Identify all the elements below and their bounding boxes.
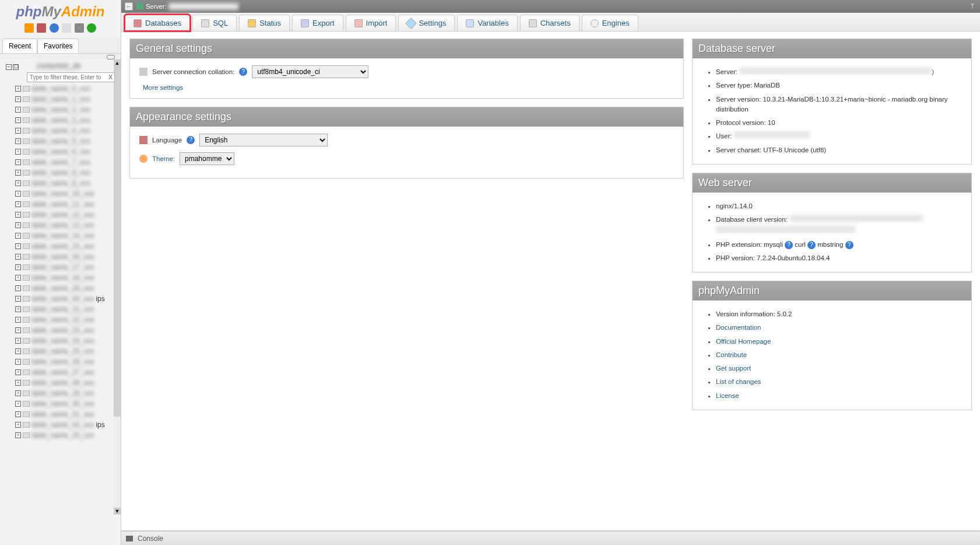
- expand-icon[interactable]: +: [15, 401, 21, 407]
- expand-icon[interactable]: +: [15, 212, 21, 218]
- homepage-link[interactable]: Official Homepage: [716, 338, 771, 345]
- home-icon[interactable]: [24, 23, 34, 33]
- expand-icon[interactable]: +: [15, 275, 21, 281]
- nav-collapse-button[interactable]: ←: [125, 2, 133, 11]
- expand-icon[interactable]: +: [15, 306, 21, 312]
- table-item[interactable]: +table_name_24_xxx: [3, 336, 121, 346]
- table-item[interactable]: +table_name_17_xxx: [3, 262, 121, 272]
- database-name[interactable]: (redacted)_db: [22, 61, 80, 71]
- expand-icon[interactable]: +: [15, 296, 21, 302]
- table-item[interactable]: +table_name_7_xxx: [3, 157, 121, 167]
- expand-icon[interactable]: +: [15, 380, 21, 386]
- help-icon[interactable]: ?: [807, 241, 816, 249]
- language-select[interactable]: English: [199, 134, 328, 146]
- nav-unlink-icon[interactable]: [0, 54, 121, 60]
- license-link[interactable]: License: [716, 392, 739, 399]
- tab-variables[interactable]: Variables: [457, 15, 517, 31]
- tree-filter-input[interactable]: [27, 72, 115, 82]
- expand-icon[interactable]: +: [15, 107, 21, 113]
- expand-icon[interactable]: +: [15, 338, 21, 344]
- tab-import[interactable]: Import: [346, 15, 396, 31]
- theme-select[interactable]: pmahomme: [180, 152, 234, 165]
- expand-icon[interactable]: +: [15, 327, 21, 333]
- table-item[interactable]: +table_name_3_xxx: [3, 115, 121, 125]
- docs-icon[interactable]: [62, 23, 71, 33]
- tab-status[interactable]: Status: [239, 15, 290, 31]
- table-item[interactable]: +table_name_33_xxx: [3, 430, 121, 441]
- tab-export[interactable]: Export: [292, 15, 343, 31]
- help-icon[interactable]: ?: [785, 241, 793, 249]
- table-item[interactable]: +table_name_18_xxx: [3, 272, 121, 283]
- expand-icon[interactable]: +: [15, 390, 21, 396]
- tab-charsets[interactable]: Charsets: [520, 15, 579, 31]
- reload-icon[interactable]: [87, 23, 96, 33]
- documentation-link[interactable]: Documentation: [716, 324, 761, 331]
- table-item[interactable]: +table_name_21_xxx: [3, 304, 121, 315]
- expand-icon[interactable]: +: [15, 422, 21, 428]
- expand-icon[interactable]: +: [15, 285, 21, 291]
- table-item[interactable]: +table_name_29_xxx: [3, 388, 121, 399]
- expand-icon[interactable]: +: [15, 222, 21, 228]
- breadcrumb-server-label[interactable]: Server:: [146, 3, 166, 10]
- expand-icon[interactable]: +: [15, 180, 21, 186]
- table-item[interactable]: +table_name_4_xxx: [3, 125, 121, 136]
- table-item[interactable]: +table_name_9_xxx: [3, 178, 121, 188]
- nav-settings-icon[interactable]: [75, 23, 84, 33]
- expand-icon[interactable]: +: [15, 369, 21, 375]
- collapse-top-icon[interactable]: ⤒: [970, 2, 975, 11]
- contribute-link[interactable]: Contribute: [716, 351, 747, 358]
- expand-icon[interactable]: +: [15, 411, 21, 417]
- logo[interactable]: phpMyAdmin: [0, 0, 121, 21]
- changes-link[interactable]: List of changes: [716, 378, 761, 385]
- clear-filter-icon[interactable]: X: [108, 74, 113, 81]
- table-item[interactable]: +table_name_12_xxx: [3, 209, 121, 220]
- expand-icon[interactable]: +: [15, 233, 21, 239]
- table-item[interactable]: +table_name_15_xxx: [3, 241, 121, 251]
- table-item[interactable]: +table_name_11_xxx: [3, 199, 121, 209]
- table-item[interactable]: +table_name_20_xxxips: [3, 294, 121, 304]
- scroll-down-icon[interactable]: ▼: [114, 508, 121, 515]
- table-item[interactable]: +table_name_8_xxx: [3, 167, 121, 178]
- table-item[interactable]: +table_name_30_xxx: [3, 399, 121, 409]
- table-item[interactable]: +table_name_22_xxx: [3, 315, 121, 325]
- table-item[interactable]: +table_name_26_xxx: [3, 357, 121, 367]
- expand-icon[interactable]: +: [15, 86, 21, 92]
- tab-engines[interactable]: Engines: [582, 15, 638, 31]
- console-bar[interactable]: Console: [121, 531, 980, 545]
- expand-icon[interactable]: +: [15, 96, 21, 102]
- table-item[interactable]: +table_name_28_xxx: [3, 378, 121, 388]
- favorites-tab[interactable]: Favorites: [37, 39, 79, 53]
- theme-label[interactable]: Theme:: [152, 155, 175, 162]
- expand-icon[interactable]: +: [15, 432, 21, 438]
- expand-icon[interactable]: +: [15, 359, 21, 365]
- table-item[interactable]: +table_name_14_xxx: [3, 230, 121, 241]
- table-item[interactable]: +table_name_2_xxx: [3, 104, 121, 115]
- expand-icon[interactable]: +: [15, 317, 21, 323]
- expand-icon[interactable]: +: [15, 159, 21, 165]
- help-icon[interactable]: ?: [845, 241, 853, 249]
- logout-icon[interactable]: [37, 23, 46, 33]
- tab-settings[interactable]: Settings: [398, 15, 455, 31]
- table-item[interactable]: +table_name_31_xxx: [3, 409, 121, 420]
- expand-icon[interactable]: +: [15, 264, 21, 270]
- expand-icon[interactable]: +: [15, 348, 21, 354]
- table-item[interactable]: +table_name_25_xxx: [3, 346, 121, 357]
- table-item[interactable]: +table_name_5_xxx: [3, 136, 121, 146]
- scroll-up-icon[interactable]: ▲: [114, 60, 121, 67]
- expand-icon[interactable]: +: [15, 128, 21, 134]
- help-icon[interactable]: [50, 23, 59, 33]
- table-item[interactable]: +table_name_0_xxx: [3, 83, 121, 94]
- expand-icon[interactable]: +: [15, 254, 21, 260]
- scroll-thumb[interactable]: [114, 67, 121, 417]
- expand-icon[interactable]: +: [15, 243, 21, 249]
- expand-icon[interactable]: +: [15, 170, 21, 176]
- table-item[interactable]: +table_name_10_xxx: [3, 188, 121, 199]
- expand-icon[interactable]: +: [15, 201, 21, 207]
- more-settings-link[interactable]: More settings: [139, 84, 674, 91]
- table-item[interactable]: +table_name_16_xxx: [3, 251, 121, 262]
- collation-select[interactable]: utf8mb4_unicode_ci: [252, 65, 368, 78]
- table-item[interactable]: +table_name_32_xxxips: [3, 420, 121, 430]
- expand-icon[interactable]: +: [15, 149, 21, 155]
- table-item[interactable]: +table_name_23_xxx: [3, 325, 121, 336]
- tab-databases[interactable]: Databases: [125, 15, 190, 31]
